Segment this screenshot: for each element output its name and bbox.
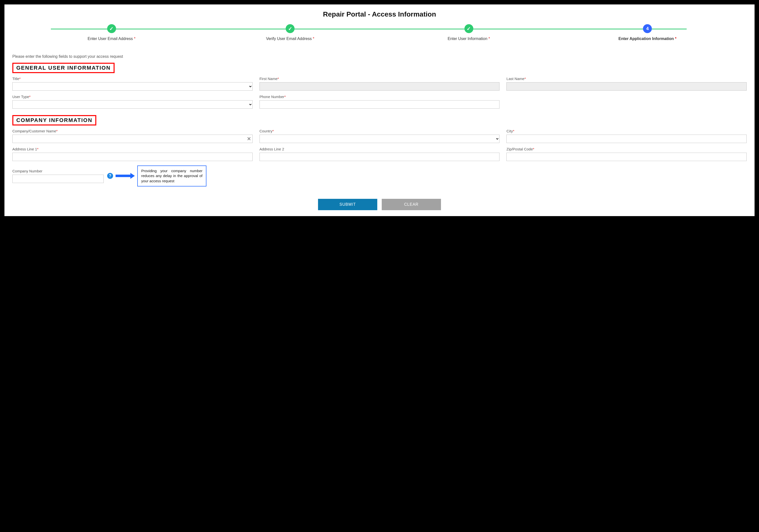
step-1-circle: ✓ [107,24,116,33]
label-last-name: Last Name* [506,77,747,81]
label-last-name-text: Last Name [506,77,524,81]
label-zip-text: Zip/Postal Code [506,147,533,151]
label-user-type: User Type* [12,95,253,99]
step-2-label: Verify User Email Address * [201,37,380,41]
step-4-label: Enter Application Information * [558,37,737,41]
company-number-input[interactable] [12,175,104,183]
zip-input[interactable] [506,153,747,161]
section-title-general: GENERAL USER INFORMATION [12,63,115,73]
step-1: ✓ Enter User Email Address * [22,24,201,41]
step-2-circle: ✓ [286,24,295,33]
field-address1: Address Line 1* [12,147,253,161]
callout-box: Providing your company number reduces an… [137,165,206,186]
check-icon: ✓ [109,26,114,32]
field-last-name: Last Name* [506,77,747,91]
required-asterisk: * [278,77,279,81]
required-asterisk: * [272,129,274,133]
field-country: Country* [260,129,500,143]
step-4-text: Enter Application Information [619,37,674,41]
required-asterisk: * [313,37,314,41]
field-company-number: Company Number [12,169,104,183]
help-icon[interactable]: ? [107,173,113,179]
required-asterisk: * [56,129,58,133]
required-asterisk: * [284,95,286,99]
label-company-number: Company Number [12,169,104,173]
label-country-text: Country [260,129,273,133]
check-icon: ✓ [288,26,292,32]
city-input[interactable] [506,135,747,143]
required-asterisk: * [29,95,31,99]
label-first-name: First Name* [260,77,500,81]
label-company-name-text: Company/Customer Name [12,129,56,133]
first-name-input[interactable] [260,82,500,91]
step-4-number: 4 [646,26,649,31]
company-name-input[interactable] [12,135,253,143]
required-asterisk: * [533,147,534,151]
progress-stepper: ✓ Enter User Email Address * ✓ Verify Us… [22,24,737,42]
step-2-text: Verify User Email Address [266,37,312,41]
step-3-circle: ✓ [464,24,473,33]
step-3-label: Enter User Information * [380,37,558,41]
label-city: City* [506,129,747,133]
field-zip: Zip/Postal Code* [506,147,747,161]
check-icon: ✓ [467,26,471,32]
required-asterisk: * [524,77,526,81]
label-address2-text: Address Line 2 [260,147,284,151]
label-address1: Address Line 1* [12,147,253,151]
field-first-name: First Name* [260,77,500,91]
label-address2: Address Line 2 [260,147,500,151]
page-title: Repair Portal - Access Information [12,10,747,18]
label-company-number-text: Company Number [12,169,42,173]
label-zip: Zip/Postal Code* [506,147,747,151]
label-country: Country* [260,129,500,133]
clear-x-icon[interactable]: ✕ [247,136,251,142]
label-phone: Phone Number* [260,95,500,99]
required-asterisk: * [675,37,677,41]
address2-input[interactable] [260,153,500,161]
step-3-text: Enter User Information [448,37,487,41]
label-address1-text: Address Line 1 [12,147,37,151]
label-company-name: Company/Customer Name* [12,129,253,133]
step-3: ✓ Enter User Information * [380,24,558,41]
user-type-select[interactable] [12,100,253,109]
label-title-text: Title [12,77,19,81]
label-phone-text: Phone Number [260,95,284,99]
required-asterisk: * [134,37,135,41]
phone-input[interactable] [260,100,500,109]
label-title: Title* [12,77,253,81]
label-user-type-text: User Type [12,95,29,99]
step-2: ✓ Verify User Email Address * [201,24,380,41]
field-company-name: Company/Customer Name* ✕ [12,129,253,143]
label-first-name-text: First Name [260,77,278,81]
field-city: City* [506,129,747,143]
field-user-type: User Type* [12,95,253,109]
field-address2: Address Line 2 [260,147,500,161]
instruction-text: Please enter the following fields to sup… [12,54,747,59]
step-1-text: Enter User Email Address [88,37,133,41]
step-4: 4 Enter Application Information * [558,24,737,41]
required-asterisk: * [37,147,39,151]
field-title: Title* [12,77,253,91]
last-name-input[interactable] [506,82,747,91]
field-phone: Phone Number* [260,95,500,109]
step-1-label: Enter User Email Address * [22,37,201,41]
title-select[interactable] [12,82,253,91]
required-asterisk: * [513,129,514,133]
arrow-icon [116,173,135,179]
label-city-text: City [506,129,513,133]
required-asterisk: * [488,37,490,41]
step-4-circle: 4 [643,24,652,33]
submit-button[interactable]: SUBMIT [318,199,377,210]
address1-input[interactable] [12,153,253,161]
section-title-company: COMPANY INFORMATION [12,115,96,125]
required-asterisk: * [19,77,21,81]
country-select[interactable] [260,135,500,143]
clear-button[interactable]: CLEAR [382,199,441,210]
